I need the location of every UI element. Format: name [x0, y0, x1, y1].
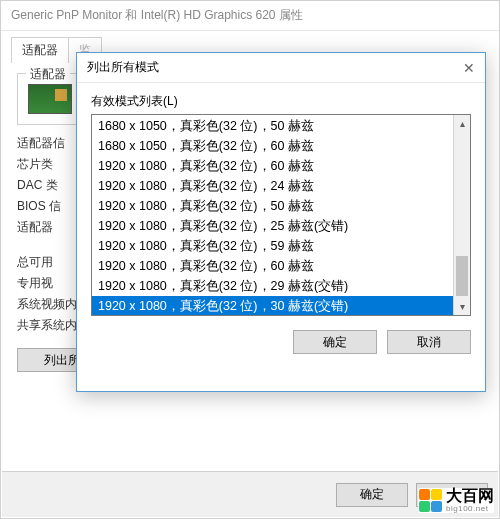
- window-title-text: Generic PnP Monitor 和 Intel(R) HD Graphi…: [11, 7, 303, 24]
- window-title: Generic PnP Monitor 和 Intel(R) HD Graphi…: [1, 1, 499, 31]
- watermark-url: big100.net: [446, 504, 494, 513]
- watermark: 大百网 big100.net: [418, 488, 494, 513]
- tab-adapter[interactable]: 适配器: [11, 37, 69, 63]
- mode-list-item[interactable]: 1920 x 1080，真彩色(32 位)，60 赫兹: [92, 256, 453, 276]
- watermark-logo-icon: [418, 489, 442, 513]
- mode-list-item[interactable]: 1680 x 1050，真彩色(32 位)，50 赫兹: [92, 116, 453, 136]
- mode-list-item[interactable]: 1680 x 1050，真彩色(32 位)，60 赫兹: [92, 136, 453, 156]
- scroll-thumb[interactable]: [456, 256, 468, 296]
- dialog-title: 列出所有模式: [87, 59, 159, 76]
- mode-list-item[interactable]: 1920 x 1080，真彩色(32 位)，24 赫兹: [92, 176, 453, 196]
- mode-list-item[interactable]: 1920 x 1080，真彩色(32 位)，29 赫兹(交错): [92, 276, 453, 296]
- list-modes-dialog: 列出所有模式 ✕ 有效模式列表(L) 1680 x 1050，真彩色(32 位)…: [76, 52, 486, 392]
- mode-list-item[interactable]: 1920 x 1080，真彩色(32 位)，50 赫兹: [92, 196, 453, 216]
- dialog-titlebar: 列出所有模式 ✕: [77, 53, 485, 83]
- listbox-scrollbar[interactable]: ▴ ▾: [453, 115, 470, 315]
- mode-list-item[interactable]: 1920 x 1080，真彩色(32 位)，25 赫兹(交错): [92, 216, 453, 236]
- parent-ok-button[interactable]: 确定: [336, 483, 408, 507]
- scroll-down-icon[interactable]: ▾: [454, 298, 470, 315]
- dialog-cancel-button[interactable]: 取消: [387, 330, 471, 354]
- list-label: 有效模式列表(L): [91, 93, 471, 110]
- adapter-type-legend: 适配器: [26, 66, 70, 83]
- close-icon[interactable]: ✕: [463, 60, 475, 76]
- watermark-brand: 大百网: [446, 488, 494, 504]
- scroll-track[interactable]: [454, 132, 470, 298]
- modes-listbox[interactable]: 1680 x 1050，真彩色(32 位)，50 赫兹1680 x 1050，真…: [91, 114, 471, 316]
- mode-list-item[interactable]: 1920 x 1080，真彩色(32 位)，30 赫兹(交错): [92, 296, 453, 315]
- mode-list-item[interactable]: 1920 x 1080，真彩色(32 位)，59 赫兹: [92, 236, 453, 256]
- adapter-chip-icon: [28, 84, 72, 114]
- scroll-up-icon[interactable]: ▴: [454, 115, 470, 132]
- mode-list-item[interactable]: 1920 x 1080，真彩色(32 位)，60 赫兹: [92, 156, 453, 176]
- dialog-ok-button[interactable]: 确定: [293, 330, 377, 354]
